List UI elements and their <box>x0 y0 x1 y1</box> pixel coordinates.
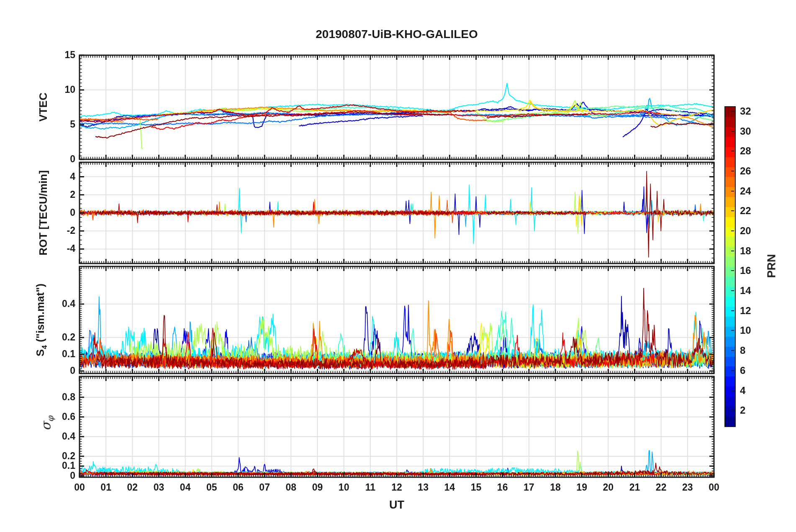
x-tick-label: 11 <box>365 482 375 493</box>
x-tick-label: 16 <box>497 482 508 493</box>
x-tick-label: 15 <box>471 482 482 493</box>
colorbar-tick <box>731 230 734 231</box>
colorbar-tick-label: 26 <box>740 165 751 177</box>
y-tick-label: 0.1 <box>40 460 75 471</box>
colorbar-segment <box>725 107 735 117</box>
colorbar-tick-label: 28 <box>740 145 751 157</box>
x-tick-label: 08 <box>286 482 297 493</box>
colorbar-segment <box>725 366 735 376</box>
y-tick-label: 0.8 <box>40 391 75 403</box>
y-tick-label: 0.2 <box>40 450 75 462</box>
colorbar-segment <box>725 177 735 187</box>
colorbar-tick-label: 12 <box>740 305 751 317</box>
colorbar-segment <box>725 317 735 327</box>
colorbar-tick <box>731 131 734 132</box>
colorbar-segment <box>725 267 735 277</box>
colorbar-segment <box>725 147 735 157</box>
colorbar-tick-label: 2 <box>740 404 745 416</box>
colorbar-tick-label: 30 <box>740 125 751 137</box>
colorbar-tick <box>731 171 734 171</box>
x-tick-label: 03 <box>154 482 164 493</box>
colorbar-tick <box>731 390 734 391</box>
x-tick-label: 14 <box>444 482 455 493</box>
y-tick-label: 0.2 <box>40 332 75 343</box>
y-tick-label: -2 <box>40 225 75 236</box>
colorbar-segment <box>725 187 735 197</box>
figure: 20190807-UiB-KHO-GALILEO VTEC ROT [TECU/… <box>0 0 796 532</box>
x-tick-label: 01 <box>100 482 111 493</box>
colorbar-segment <box>725 217 735 227</box>
y-tick-label: 15 <box>40 49 75 61</box>
colorbar <box>724 106 736 427</box>
colorbar-tick <box>731 111 734 112</box>
colorbar-segment <box>725 396 735 406</box>
colorbar-tick <box>731 251 734 251</box>
colorbar-tick <box>731 350 734 351</box>
xlabel: UT <box>80 499 714 512</box>
colorbar-segment <box>725 207 735 217</box>
colorbar-tick <box>731 410 734 411</box>
x-tick-label: 10 <box>339 482 349 493</box>
colorbar-segment <box>725 336 735 346</box>
colorbar-segment <box>725 167 735 177</box>
colorbar-segment <box>725 297 735 307</box>
colorbar-tick-label: 18 <box>740 245 751 257</box>
colorbar-tick <box>731 191 734 192</box>
y-tick-label: 0 <box>40 470 75 481</box>
x-tick-label: 13 <box>418 482 429 493</box>
colorbar-segment <box>725 276 735 286</box>
x-tick-label: 18 <box>550 482 561 493</box>
x-tick-label: 05 <box>206 482 217 493</box>
colorbar-segment <box>725 117 735 127</box>
colorbar-tick-label: 16 <box>740 265 751 276</box>
x-tick-label: 22 <box>656 482 667 493</box>
colorbar-segment <box>725 386 735 396</box>
colorbar-tick <box>731 330 734 331</box>
colorbar-tick-label: 10 <box>740 325 751 336</box>
colorbar-tick <box>731 270 734 271</box>
colorbar-segment <box>725 356 735 366</box>
colorbar-tick <box>731 151 734 151</box>
y-tick-label: 0.4 <box>40 298 75 309</box>
y-tick-label: 0 <box>40 365 75 376</box>
x-tick-label: 00 <box>74 482 85 493</box>
colorbar-segment <box>725 286 735 297</box>
x-tick-label: 23 <box>682 482 693 493</box>
y-tick-label: 0.6 <box>40 411 75 422</box>
colorbar-segment <box>725 406 735 416</box>
x-tick-label: 17 <box>524 482 534 493</box>
colorbar-segment <box>725 127 735 137</box>
ylabel-s4: S4 ("ism.mat") <box>34 284 49 356</box>
colorbar-segment <box>725 197 735 207</box>
x-tick-label: 20 <box>603 482 614 493</box>
y-tick-label: -4 <box>40 243 75 254</box>
x-tick-label: 04 <box>180 482 191 493</box>
colorbar-segment <box>725 376 735 386</box>
colorbar-segment <box>725 237 735 247</box>
x-tick-label: 19 <box>576 482 587 493</box>
colorbar-tick <box>731 210 734 211</box>
x-tick-label: 02 <box>127 482 138 493</box>
colorbar-segment <box>725 227 735 237</box>
x-tick-label: 06 <box>233 482 244 493</box>
colorbar-segment <box>725 327 735 337</box>
x-tick-label: 12 <box>391 482 402 493</box>
colorbar-segment <box>725 247 735 257</box>
colorbar-segment <box>725 137 735 147</box>
x-tick-label: 21 <box>629 482 640 493</box>
colorbar-segment <box>725 416 735 426</box>
colorbar-tick <box>731 310 734 311</box>
y-tick-label: 5 <box>40 119 75 130</box>
colorbar-segment <box>725 346 735 356</box>
y-tick-label: 0 <box>40 207 75 218</box>
ylabel-vtec: VTEC <box>37 92 50 121</box>
y-tick-label: 0.4 <box>40 431 75 442</box>
y-tick-label: 4 <box>40 171 75 182</box>
colorbar-tick <box>731 370 734 371</box>
x-tick-label: 00 <box>709 482 719 493</box>
y-tick-label: 0 <box>40 153 75 165</box>
x-tick-label: 07 <box>259 482 270 493</box>
colorbar-segment <box>725 257 735 267</box>
colorbar-tick-label: 20 <box>740 225 751 237</box>
y-tick-label: 2 <box>40 189 75 200</box>
